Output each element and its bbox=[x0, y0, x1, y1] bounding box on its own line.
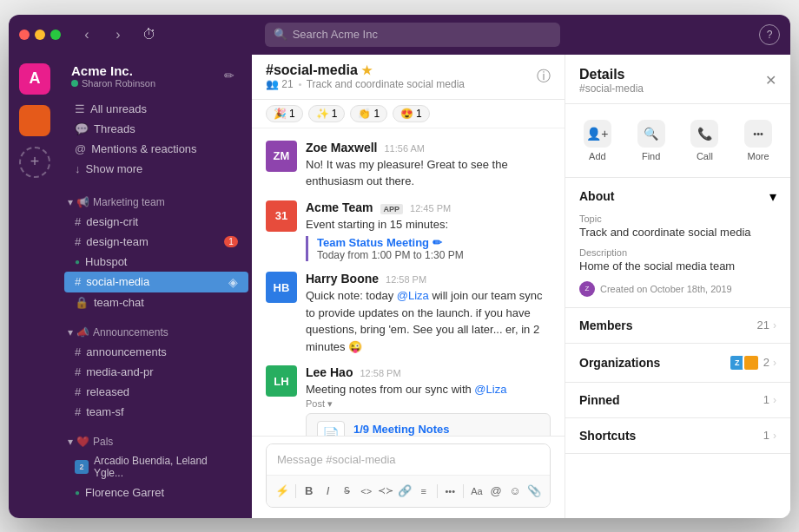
message-author: Harry Boone bbox=[306, 272, 379, 286]
sidebar-item-announcements[interactable]: # announcements bbox=[64, 342, 248, 362]
toolbar-emoji-button[interactable]: ☺ bbox=[506, 479, 524, 503]
details-close-button[interactable]: ✕ bbox=[765, 72, 776, 89]
details-row-shortcuts[interactable]: Shortcuts 1 › bbox=[565, 418, 790, 454]
sidebar-item-team-sf[interactable]: # team-sf bbox=[64, 402, 248, 422]
toolbar-code-button[interactable]: <> bbox=[358, 479, 375, 503]
badge-design-team: 1 bbox=[224, 236, 238, 247]
action-call-button[interactable]: 📞 Call bbox=[680, 115, 730, 167]
sidebar-item-threads[interactable]: 💬 Threads bbox=[64, 119, 248, 139]
toolbar-font-button[interactable]: Aa bbox=[468, 479, 485, 503]
sidebar-label-all-unreads: All unreads bbox=[90, 102, 238, 115]
message-time: 11:56 AM bbox=[384, 143, 424, 154]
topic-field: Topic Track and coordinate social media bbox=[579, 213, 776, 239]
sidebar-item-arcadio[interactable]: 2 Arcadio Buendia, Leland Ygle... bbox=[64, 451, 248, 483]
threads-icon: 💬 bbox=[75, 122, 89, 135]
hash-icon: # bbox=[75, 215, 81, 228]
edit-button[interactable]: ✏ bbox=[217, 63, 241, 88]
reaction-heart-eyes[interactable]: 😍 1 bbox=[393, 105, 430, 122]
star-icon[interactable]: ★ bbox=[361, 63, 373, 77]
chevron-right-icon-2: › bbox=[773, 357, 776, 369]
channel-hash: # bbox=[266, 62, 274, 78]
emoji-reactions-bar: 🎉 1 ✨ 1 👏 1 😍 1 bbox=[252, 100, 565, 128]
file-icon: 📄 bbox=[317, 421, 345, 436]
message-header: Zoe Maxwell 11:56 AM bbox=[306, 141, 551, 154]
workspace-avatar-main[interactable]: A bbox=[19, 63, 50, 95]
reaction-clap[interactable]: 👏 1 bbox=[350, 105, 387, 122]
add-workspace-button[interactable]: + bbox=[19, 147, 50, 178]
channel-label-released: released bbox=[86, 385, 238, 398]
toolbar-mention-button[interactable]: @ bbox=[487, 479, 505, 503]
sidebar-item-design-team[interactable]: # design-team 1 bbox=[64, 232, 248, 252]
reaction-confetti[interactable]: 🎉 1 bbox=[266, 105, 303, 122]
sidebar-item-show-more[interactable]: ↓ Show more bbox=[64, 159, 248, 179]
sidebar-label-show-more: Show more bbox=[86, 162, 239, 175]
message-content: Zoe Maxwell 11:56 AM No! It was my pleas… bbox=[306, 141, 551, 190]
chat-area: # social-media ★ 👥 21 Track and coordina… bbox=[252, 55, 565, 518]
event-title[interactable]: Team Status Meeting ✏ bbox=[317, 236, 551, 249]
details-row-organizations[interactable]: Organizations Z 2 › bbox=[565, 344, 790, 383]
sidebar-item-all-unreads[interactable]: ☰ All unreads bbox=[64, 99, 248, 119]
toolbar-blockquote-button[interactable]: ≺≻ bbox=[377, 479, 394, 503]
traffic-lights bbox=[19, 30, 61, 40]
toolbar-attach-button[interactable]: 📎 bbox=[525, 479, 543, 503]
sidebar-item-florence[interactable]: ● Florence Garret bbox=[64, 483, 248, 502]
group-header-pals[interactable]: ▾ ❤️ Pals bbox=[61, 432, 252, 451]
toolbar-more-button[interactable]: ••• bbox=[441, 479, 459, 503]
details-title-section: Details #social-media bbox=[579, 67, 644, 95]
toolbar-strikethrough-button[interactable]: S̶ bbox=[339, 479, 356, 503]
toolbar-lightning-button[interactable]: ⚡ bbox=[274, 479, 291, 503]
history-button[interactable]: ⏱ bbox=[137, 23, 162, 47]
action-find-button[interactable]: 🔍 Find bbox=[626, 115, 677, 167]
workspace-avatar-secondary[interactable] bbox=[19, 105, 50, 136]
maximize-light[interactable] bbox=[50, 30, 61, 40]
chevron-right-icon-3: › bbox=[773, 394, 776, 406]
group-header-marketing[interactable]: ▾ 📢 Marketing team bbox=[61, 193, 252, 212]
toolbar-italic-button[interactable]: I bbox=[320, 479, 337, 503]
action-more-button[interactable]: ••• More bbox=[733, 115, 783, 167]
channel-name: social-media bbox=[274, 62, 358, 78]
details-title: Details bbox=[579, 67, 644, 82]
sidebar-item-released[interactable]: # released bbox=[64, 382, 248, 402]
event-card: Team Status Meeting ✏ Today from 1:00 PM… bbox=[306, 236, 551, 261]
info-button[interactable]: ⓘ bbox=[537, 68, 551, 86]
minimize-light[interactable] bbox=[35, 30, 45, 40]
sidebar-item-media-and-pr[interactable]: # media-and-pr bbox=[64, 362, 248, 382]
details-row-members[interactable]: Members 21 › bbox=[565, 308, 790, 344]
channel-label-design-crit: design-crit bbox=[86, 215, 238, 228]
reaction-sparkles[interactable]: ✨ 1 bbox=[308, 105, 346, 122]
hash-icon: # bbox=[75, 275, 81, 288]
help-button[interactable]: ? bbox=[759, 24, 780, 45]
sidebar-item-team-chat[interactable]: 🔒 team-chat bbox=[64, 292, 248, 312]
search-bar[interactable]: 🔍 Search Acme Inc bbox=[265, 23, 560, 47]
toolbar-list-button[interactable]: ≡ bbox=[415, 479, 433, 503]
org-avatars: Z bbox=[729, 354, 760, 371]
workspace-name[interactable]: Acme Inc. bbox=[71, 63, 155, 78]
members-label: Members bbox=[579, 319, 632, 332]
sidebar-item-mentions[interactable]: @ Mentions & reactions bbox=[64, 139, 248, 159]
close-light[interactable] bbox=[19, 30, 30, 40]
chevron-right-icon: › bbox=[773, 319, 776, 332]
pinned-label: Pinned bbox=[579, 393, 620, 407]
group-header-announcements[interactable]: ▾ 📣 Announcements bbox=[61, 323, 252, 342]
table-row: ZM Zoe Maxwell 11:56 AM No! It was my pl… bbox=[252, 135, 565, 195]
sidebar-item-social-media[interactable]: # social-media ◈ bbox=[64, 272, 248, 292]
message-author: Acme Team bbox=[306, 200, 373, 214]
post-label[interactable]: Post ▾ bbox=[306, 398, 551, 410]
about-header[interactable]: About ▾ bbox=[579, 188, 776, 205]
table-row: 31 Acme Team APP 12:45 PM Event starting… bbox=[252, 195, 565, 267]
toolbar-link-button[interactable]: 🔗 bbox=[396, 479, 413, 503]
sidebar-item-hubspot[interactable]: ● Hubspot bbox=[64, 252, 248, 272]
add-person-icon: 👤+ bbox=[584, 120, 611, 148]
action-add-button[interactable]: 👤+ Add bbox=[572, 115, 623, 167]
sidebar-item-design-crit[interactable]: # design-crit bbox=[64, 212, 248, 232]
back-button[interactable]: ‹ bbox=[75, 23, 99, 47]
message-input[interactable] bbox=[267, 444, 550, 475]
forward-button[interactable]: › bbox=[106, 23, 130, 47]
file-attachment[interactable]: 📄 1/9 Meeting Notes Last edited just now bbox=[306, 413, 551, 436]
sidebar: Acme Inc. Sharon Robinson ✏ ☰ All unread… bbox=[61, 55, 252, 518]
details-row-pinned[interactable]: Pinned 1 › bbox=[565, 383, 790, 418]
sidebar-label-mentions: Mentions & reactions bbox=[91, 142, 238, 155]
toolbar-bold-button[interactable]: B bbox=[300, 479, 318, 503]
dm-label-florence: Florence Garret bbox=[85, 486, 238, 499]
message-author: Zoe Maxwell bbox=[306, 141, 377, 154]
